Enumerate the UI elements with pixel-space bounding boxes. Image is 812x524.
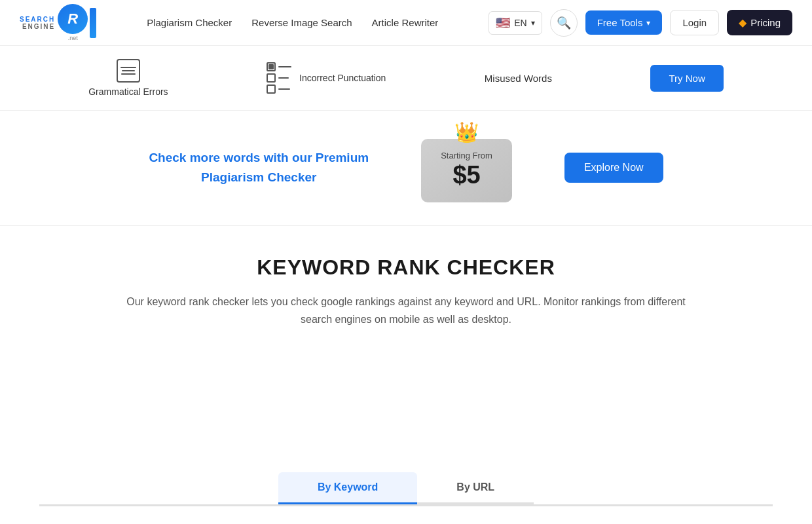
keyword-title: KEYWORD RANK CHECKER [39,255,773,280]
price-badge-area: 👑 Starting From $5 [421,134,512,202]
chevron-down-icon: ▾ [531,18,535,28]
feature-bar: Grammatical Errors Incorrect Punctuation… [0,46,812,111]
tab-by-keyword[interactable]: By Keyword [278,472,417,504]
explore-now-button[interactable]: Explore Now [564,153,663,183]
try-now-button[interactable]: Try Now [650,65,723,92]
navbar: SEARCH ENGINE R .net Plagiarism Checker … [0,0,812,46]
search-icon: 🔍 [557,16,571,29]
feature-item-grammatical: Grammatical Errors [88,59,168,97]
logo[interactable]: SEARCH ENGINE R .net [20,4,96,41]
free-tools-label: Free Tools [597,17,643,28]
tabs-section: By Keyword By URL [0,472,812,504]
explore-now-label: Explore Now [584,162,644,173]
tab-url-label: By URL [456,481,494,493]
lang-code: EN [514,18,526,28]
nav-plagiarism-checker[interactable]: Plagiarism Checker [147,17,232,28]
keyword-section: KEYWORD RANK CHECKER Our keyword rank ch… [0,226,812,341]
premium-section: Check more words with our Premium Plagia… [0,111,812,226]
premium-line1: Check more words with our Premium [149,151,369,164]
tab-by-url[interactable]: By URL [417,472,534,504]
diamond-icon: ◆ [739,16,747,29]
tab-keyword-label: By Keyword [318,481,378,493]
nav-reverse-image-search[interactable]: Reverse Image Search [251,17,352,28]
search-button[interactable]: 🔍 [550,9,578,37]
price-card: Starting From $5 [421,139,512,202]
nav-article-rewriter[interactable]: Article Rewriter [372,17,439,28]
feature-item-misused: Misused Words [485,73,552,84]
logo-engine-text: ENGINE [22,23,55,30]
keyword-description: Our keyword rank checker lets you check … [111,293,701,328]
grammatical-icon [117,59,140,83]
flag-icon: 🇺🇸 [496,16,510,30]
nav-links: Plagiarism Checker Reverse Image Search … [147,17,438,28]
premium-text: Check more words with our Premium Plagia… [149,148,369,188]
price-amount: $5 [452,160,480,191]
grammatical-label: Grammatical Errors [88,86,168,97]
free-tools-button[interactable]: Free Tools ▾ [585,10,663,35]
login-button[interactable]: Login [670,10,719,35]
premium-line2: Plagiarism Checker [201,170,316,184]
pricing-label: Pricing [750,17,781,28]
pricing-button[interactable]: ◆ Pricing [727,10,792,35]
nav-actions: 🇺🇸 EN ▾ 🔍 Free Tools ▾ Login ◆ Pricing [489,9,792,37]
punctuation-label: Incorrect Punctuation [299,73,386,83]
starting-from-label: Starting From [441,151,492,160]
logo-net: .net [68,35,78,41]
logo-search-text: SEARCH [20,16,55,23]
misused-words-label: Misused Words [485,73,552,84]
punctuation-icon [267,62,291,94]
try-now-label: Try Now [669,73,705,84]
tab-underline [39,504,773,506]
logo-letter: R [67,10,78,28]
feature-item-punctuation: Incorrect Punctuation [267,62,386,94]
chevron-down-icon-tools: ▾ [646,18,650,28]
language-selector[interactable]: 🇺🇸 EN ▾ [489,11,542,35]
crown-icon: 👑 [454,121,479,143]
premium-text-block: Check more words with our Premium Plagia… [149,148,369,188]
login-label: Login [682,17,707,28]
